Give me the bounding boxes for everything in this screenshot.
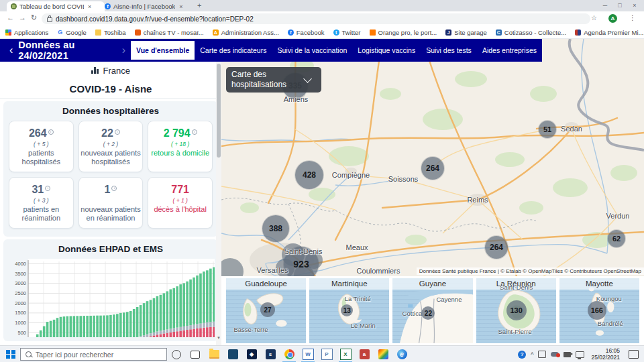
bookmarks-bar: ApplicationsGGoogleToshibachaînes TV - m… bbox=[0, 26, 644, 39]
browser-menu-icon[interactable]: ⋮ bbox=[629, 14, 636, 21]
bar-chart-icon bbox=[91, 67, 99, 74]
tab-suivi-de-la-vaccination[interactable]: Suivi de la vaccination bbox=[272, 39, 352, 62]
tab-vue-d-ensemble[interactable]: Vue d'ensemble bbox=[131, 41, 195, 60]
info-icon[interactable]: i bbox=[48, 129, 54, 135]
close-icon[interactable]: × bbox=[628, 0, 641, 11]
new-tab-button[interactable]: + bbox=[197, 1, 201, 9]
tab-aides-entreprises[interactable]: Aides entreprises bbox=[477, 39, 542, 62]
taskbar-app-works[interactable]: P bbox=[317, 347, 336, 362]
tab-logistique-vaccins[interactable]: Logistique vaccins bbox=[352, 39, 421, 62]
bookmark-item[interactable]: GGoogle bbox=[57, 29, 87, 36]
stat-card[interactable]: 771( + 1 )décès à l'hôpital bbox=[148, 177, 213, 229]
camera-icon[interactable] bbox=[564, 352, 571, 357]
minimize-icon[interactable]: ─ bbox=[598, 0, 612, 11]
svg-text:2000: 2000 bbox=[15, 300, 26, 306]
tw-icon: t bbox=[333, 29, 339, 36]
start-button-icon[interactable] bbox=[6, 350, 15, 359]
taskbar-app-cortana[interactable] bbox=[167, 347, 186, 362]
inset-martinique[interactable]: MartiniqueLa TrinitéLe Marin13 bbox=[309, 278, 389, 343]
taskbar-app-explorer[interactable] bbox=[205, 347, 223, 362]
info-icon[interactable]: i bbox=[115, 129, 120, 135]
info-icon[interactable]: i bbox=[111, 186, 117, 191]
taskbar-app-wordpad[interactable]: W bbox=[299, 347, 317, 362]
bookmark-item[interactable]: fFacebook bbox=[288, 29, 325, 36]
inset-marker[interactable]: 166 bbox=[588, 301, 606, 320]
tv-icon bbox=[135, 29, 141, 36]
stat-card[interactable]: 2 794i( + 18 )retours à domicile bbox=[148, 121, 213, 172]
scrollbar-down-arrow[interactable]: ▼ bbox=[216, 336, 221, 340]
stat-value: 264i bbox=[11, 127, 72, 139]
inset-marker[interactable]: 27 bbox=[260, 302, 275, 317]
map-marker[interactable]: 264 bbox=[421, 157, 444, 180]
region-selector[interactable]: France bbox=[0, 62, 221, 79]
inset-guadeloupe[interactable]: GuadeloupeBasse-Terre27 bbox=[226, 278, 306, 343]
bookmark-item[interactable]: tTwitter bbox=[333, 29, 361, 36]
map-canvas[interactable]: 3354282645138826462923AmiensCompiègneSoi… bbox=[221, 39, 644, 276]
browser-tab[interactable]: Tableau de bord COVID-19 Suivi× bbox=[7, 1, 105, 11]
map-marker[interactable]: 51 bbox=[539, 121, 556, 138]
taskbar-app-dropbox[interactable]: ◆ bbox=[242, 347, 261, 362]
taskbar-app-taskview[interactable] bbox=[186, 347, 205, 362]
inset-marker[interactable]: 130 bbox=[506, 300, 527, 320]
info-icon[interactable]: i bbox=[192, 129, 197, 135]
taskbar-app-store[interactable] bbox=[223, 347, 242, 362]
clock-app-icon[interactable] bbox=[538, 351, 546, 358]
taskbar-search[interactable]: Taper ici pour rechercher bbox=[20, 348, 167, 361]
tab-suivi-des-tests[interactable]: Suivi des tests bbox=[421, 39, 477, 62]
chevron-up-icon[interactable]: ^ bbox=[531, 351, 533, 358]
inset-mayotte[interactable]: MayotteKoungouBandrélé166 bbox=[559, 278, 639, 343]
network-icon[interactable] bbox=[576, 351, 584, 358]
map-layer-dropdown[interactable]: Carte des hospitalisations bbox=[226, 67, 321, 93]
taskbar-app-access[interactable]: a bbox=[355, 347, 374, 362]
profile-avatar[interactable]: A bbox=[608, 14, 617, 23]
bookmark-item[interactable]: JSite garage bbox=[445, 29, 487, 36]
stat-card[interactable]: 31i( + 3 )patients en réanimation bbox=[9, 177, 74, 229]
maximize-icon[interactable]: □ bbox=[613, 0, 627, 11]
map-marker[interactable]: 428 bbox=[295, 161, 323, 189]
bookmark-star-icon[interactable]: ☆ bbox=[591, 14, 597, 21]
taskbar-app-excel[interactable]: X bbox=[336, 347, 355, 362]
forward-icon[interactable]: → bbox=[19, 13, 26, 21]
inset-la-r-union[interactable]: La RéunionSaint-DenisSaint-Pierre130 bbox=[476, 278, 556, 343]
notification-center-icon[interactable] bbox=[629, 350, 639, 359]
stat-card[interactable]: 264i( + 5 )patients hospitalisés bbox=[9, 121, 74, 172]
taskbar-app-edge[interactable]: e bbox=[392, 347, 411, 362]
taskbar-clock[interactable]: 16:0525/02/2021 bbox=[591, 348, 620, 361]
inset-guyane[interactable]: GuyaneCayenneCottica22 bbox=[392, 278, 472, 343]
bookmark-item[interactable]: Agenda Premier Mi... bbox=[575, 29, 643, 36]
info-icon[interactable]: i bbox=[45, 186, 50, 191]
city-label: Soissons bbox=[388, 175, 419, 183]
map-marker[interactable]: 388 bbox=[262, 215, 289, 242]
stat-card[interactable]: 22i( + 2 )nouveaux patients hospitalisés bbox=[78, 121, 144, 172]
scrollbar-thumb[interactable] bbox=[217, 64, 221, 158]
bookmark-item[interactable]: Toshiba bbox=[95, 29, 126, 36]
taskbar-app-sapp[interactable]: s bbox=[261, 347, 280, 362]
reload-icon[interactable]: ↻ bbox=[31, 13, 37, 22]
bookmark-item[interactable]: CCotizasso - Collecte... bbox=[496, 29, 566, 36]
taskbar-app-chrome[interactable] bbox=[280, 347, 299, 362]
address-bar[interactable]: dashboard.covid19.data.gouv.fr/vue-d-ens… bbox=[42, 13, 590, 24]
bookmark-item[interactable]: Applications bbox=[5, 29, 48, 36]
previous-date-icon[interactable]: ‹ bbox=[9, 44, 13, 56]
browser-tab[interactable]: fAisne-Info | Facebook× bbox=[101, 1, 199, 11]
map-marker[interactable]: 264 bbox=[485, 236, 508, 259]
back-icon[interactable]: ← bbox=[7, 13, 14, 21]
help-icon[interactable]: ? bbox=[518, 351, 526, 359]
sidebar-scrollbar[interactable]: ▼ bbox=[216, 62, 221, 345]
tab-close-icon[interactable]: × bbox=[179, 3, 182, 10]
bookmark-item[interactable]: Orange pro, le port... bbox=[370, 29, 437, 36]
map-marker[interactable]: 62 bbox=[608, 230, 625, 247]
stat-card[interactable]: 1inouveaux patients en réanimation bbox=[78, 177, 144, 229]
next-date-icon[interactable]: › bbox=[122, 44, 125, 56]
ehpad-chart[interactable]: 5001000150020002500300035004000 bbox=[7, 259, 215, 337]
bookmark-item[interactable]: AAdministration Ass... bbox=[213, 29, 279, 36]
tab-carte-des-indicateurs[interactable]: Carte des indicateurs bbox=[195, 39, 272, 62]
svg-text:1000: 1000 bbox=[15, 320, 26, 326]
taskbar-app-photos[interactable] bbox=[374, 347, 392, 362]
tab-close-icon[interactable]: × bbox=[88, 3, 91, 10]
works-icon: P bbox=[321, 349, 333, 360]
inset-city-label: Basse-Terre bbox=[233, 326, 268, 333]
onedrive-alert-icon[interactable] bbox=[551, 352, 559, 357]
bookmark-item[interactable]: chaînes TV - mosaï... bbox=[135, 29, 204, 36]
map-attribution: Données Santé publique France | © Etalab… bbox=[417, 267, 644, 275]
